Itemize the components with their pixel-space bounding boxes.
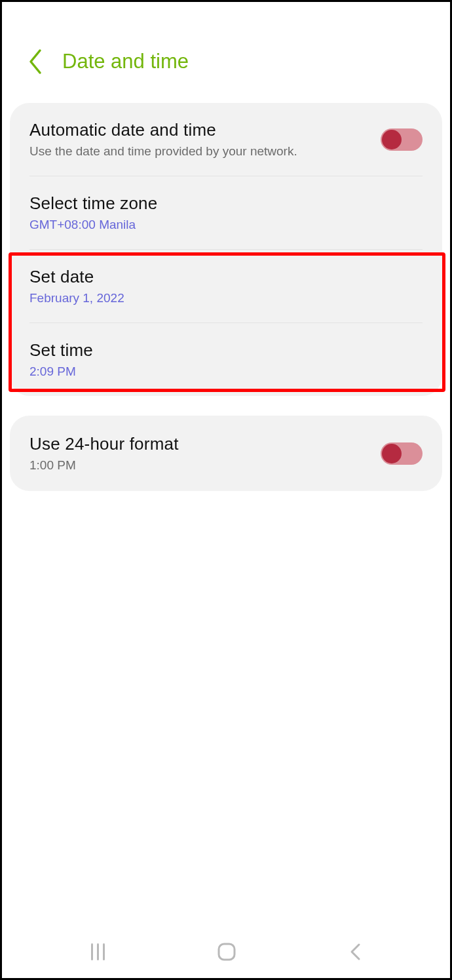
set-time-value: 2:09 PM [29, 364, 423, 379]
set-date-value: February 1, 2022 [29, 291, 423, 305]
hour-format-value: 1:00 PM [29, 458, 370, 473]
row-set-time[interactable]: Set time 2:09 PM [10, 323, 442, 396]
screen-header: Date and time [2, 2, 450, 95]
row-set-date[interactable]: Set date February 1, 2022 [10, 250, 442, 323]
select-time-zone-value: GMT+08:00 Manila [29, 218, 423, 232]
nav-back-button[interactable] [348, 942, 362, 962]
settings-card-hourformat: Use 24-hour format 1:00 PM [10, 416, 442, 491]
android-nav-bar [2, 932, 450, 978]
hour-format-title: Use 24-hour format [29, 434, 370, 454]
set-date-title: Set date [29, 267, 423, 287]
automatic-date-time-toggle[interactable] [381, 128, 423, 151]
row-24-hour-format[interactable]: Use 24-hour format 1:00 PM [10, 416, 442, 491]
row-select-time-zone[interactable]: Select time zone GMT+08:00 Manila [10, 176, 442, 249]
automatic-date-time-title: Automatic date and time [29, 120, 370, 140]
set-time-title: Set time [29, 340, 423, 361]
select-time-zone-title: Select time zone [29, 193, 423, 214]
recents-button[interactable] [91, 943, 105, 960]
svg-rect-0 [219, 944, 235, 960]
row-automatic-date-time[interactable]: Automatic date and time Use the date and… [10, 103, 442, 176]
row-text: Automatic date and time Use the date and… [29, 120, 370, 159]
hour-format-toggle[interactable] [381, 442, 423, 465]
row-text: Use 24-hour format 1:00 PM [29, 434, 370, 473]
page-title: Date and time [62, 50, 189, 73]
row-text: Select time zone GMT+08:00 Manila [29, 193, 423, 232]
back-icon[interactable] [27, 48, 45, 75]
automatic-date-time-subtitle: Use the date and time provided by your n… [29, 144, 370, 159]
home-button[interactable] [217, 942, 236, 962]
row-text: Set time 2:09 PM [29, 340, 423, 379]
settings-card-datetime: Automatic date and time Use the date and… [10, 103, 442, 396]
row-text: Set date February 1, 2022 [29, 267, 423, 305]
